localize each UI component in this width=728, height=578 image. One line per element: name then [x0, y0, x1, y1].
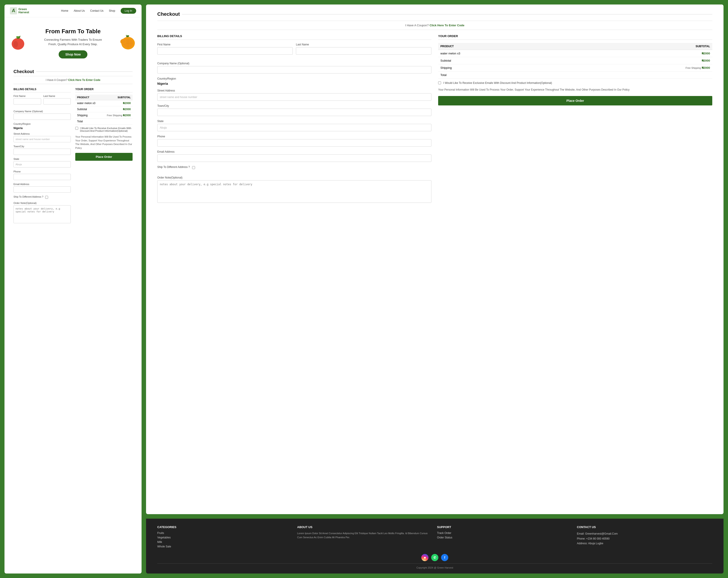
hero-subtitle: Connecting Farmers With Traders To Ensur…: [34, 37, 112, 46]
category-milk[interactable]: Milk: [157, 541, 293, 544]
order-note-label-right: Order Note(Optional): [157, 176, 432, 179]
billing-col-right: BILLING DETAILS First Name Last Name Com…: [157, 34, 432, 206]
ship-checkbox-left[interactable]: [45, 196, 48, 199]
social-icons: ■ ✆ f: [157, 554, 712, 561]
state-input-right[interactable]: [157, 124, 432, 131]
categories-title: CATEGORIES: [157, 525, 293, 529]
product-row-left: water melon x3 ₦2000: [75, 100, 133, 106]
billing-label-right: BILLING DETAILS: [157, 34, 432, 40]
support-status[interactable]: Order Status: [437, 536, 573, 539]
country-label-left: Country/Region: [14, 123, 71, 125]
phone-label-left: Phone: [14, 170, 71, 173]
contact-phone: Phone: +234 80 000 40590: [577, 536, 712, 542]
contact-address: Address: Abuja Lugbe: [577, 541, 712, 546]
shop-now-button[interactable]: Shop Now: [59, 50, 87, 58]
subtotal-row-left: Subtotal ₦2000: [75, 106, 133, 112]
category-fruits[interactable]: Fruits: [157, 531, 293, 535]
contact-email: Email: Greenharvest@Gmail.Com: [577, 531, 712, 536]
order-note-textarea-left[interactable]: [14, 205, 71, 223]
state-label-left: State: [14, 158, 71, 160]
coupon-link-left[interactable]: Click Here To Enter Code: [68, 78, 100, 82]
first-name-input-left[interactable]: [14, 98, 41, 104]
hero-section: From Farm To Table Connecting Farmers Wi…: [4, 17, 141, 67]
nav-about[interactable]: About Us: [74, 9, 85, 12]
checkout-right: Checkout I Have A Coupon? Click Here To …: [146, 4, 724, 514]
product-col-left: PRODUCT: [75, 95, 101, 100]
contact-title: CONTACT US: [577, 525, 712, 529]
ship-label-left: Ship To Different Address ?: [14, 195, 43, 198]
last-name-input-left[interactable]: [43, 98, 71, 104]
login-button[interactable]: Log In: [121, 8, 136, 14]
order-note-label-left: Order Note(Optional): [14, 202, 71, 204]
svg-point-2: [14, 41, 18, 47]
facebook-icon[interactable]: f: [441, 554, 448, 561]
svg-point-10: [121, 40, 126, 43]
privacy-note-right: Your Personal Information Will Be Used T…: [438, 88, 712, 92]
left-panel: Green Harvest Home About Us Contact Us S…: [4, 4, 141, 574]
country-label-right: Country/Region: [157, 77, 432, 80]
street-input-left[interactable]: [14, 136, 71, 142]
country-value-right: Nigeria: [157, 82, 432, 85]
nav-home[interactable]: Home: [61, 9, 68, 12]
coupon-bar-left: I Have A Coupon? Click Here To Enter Cod…: [14, 76, 133, 84]
first-name-input-right[interactable]: [157, 47, 293, 55]
orange-icon: [117, 33, 137, 51]
company-label-left: Company Name (Optional): [14, 110, 71, 112]
total-row-right: Total: [438, 72, 712, 79]
place-order-btn-right[interactable]: Place Order: [438, 96, 712, 105]
ship-checkbox-right[interactable]: [192, 166, 195, 169]
instagram-icon[interactable]: ■: [421, 554, 428, 561]
order-table-left: PRODUCT SUBTOTAL water melon x3 ₦2000 Su…: [75, 95, 133, 125]
email-checkbox-row-left: I Would Like To Receive Exclusive Emails…: [75, 127, 133, 132]
about-title: ABOUT US: [297, 525, 433, 529]
billing-order-grid-right: BILLING DETAILS First Name Last Name Com…: [157, 34, 712, 206]
logo-icon: [10, 7, 17, 15]
state-label-right: State: [157, 120, 432, 123]
place-order-btn-left[interactable]: Place Order: [75, 153, 133, 161]
category-vegetables[interactable]: Vegetables: [157, 536, 293, 539]
privacy-note-left: Your Personal Information Will Be Used T…: [75, 135, 133, 150]
right-panel: Checkout I Have A Coupon? Click Here To …: [146, 4, 724, 574]
total-row-left: Total: [75, 119, 133, 125]
coupon-link-right[interactable]: Click Here To Enter Code: [430, 24, 464, 27]
nav-shop[interactable]: Shop: [109, 9, 115, 12]
town-label-left: Town/City: [14, 145, 71, 148]
order-col-left: YOUR ORDER PRODUCT SUBTOTAL water melon …: [75, 88, 133, 226]
street-label-left: Street Address: [14, 132, 71, 135]
checkout-title-left: Checkout: [14, 69, 133, 74]
street-label-right: Street Address: [157, 89, 432, 92]
last-name-label-right: Last Name: [296, 43, 432, 46]
town-input-left[interactable]: [14, 149, 71, 155]
hero-content: From Farm To Table Connecting Farmers Wi…: [29, 28, 117, 58]
hero-fruit-right: [117, 33, 137, 53]
order-table-right: PRODUCT SUBTOTAL water melon x3 ₦2000 Su…: [438, 43, 712, 79]
about-text: Lorem Ipsum Dolor Sit Amet Consectetur A…: [297, 531, 433, 539]
hero-title: From Farm To Table: [34, 28, 112, 35]
phone-input-right[interactable]: [157, 139, 432, 147]
state-input-left[interactable]: [14, 161, 71, 168]
street-input-right[interactable]: [157, 93, 432, 101]
email-input-left[interactable]: [14, 186, 71, 193]
subtotal-col-right: SUBTOTAL: [563, 43, 712, 50]
company-input-right[interactable]: [157, 66, 432, 74]
whatsapp-icon[interactable]: ✆: [431, 554, 438, 561]
order-col-right: YOUR ORDER PRODUCT SUBTOTAL water melon …: [438, 34, 712, 206]
nav-contact[interactable]: Contact Us: [90, 9, 103, 12]
email-label-left: Email Address: [14, 183, 71, 185]
checkout-title-right: Checkout: [157, 11, 712, 17]
category-wholesale[interactable]: Whole Sale: [157, 545, 293, 548]
phone-input-left[interactable]: [14, 174, 71, 180]
town-input-right[interactable]: [157, 108, 432, 116]
email-checkbox-left[interactable]: [75, 127, 78, 130]
support-track[interactable]: Track Order: [437, 531, 573, 535]
footer-contact: CONTACT US Email: Greenharvest@Gmail.Com…: [577, 525, 712, 549]
coupon-bar-right: I Have A Coupon? Click Here To Enter Cod…: [157, 21, 712, 30]
checkout-section-left: Checkout I Have A Coupon? Click Here To …: [4, 67, 141, 230]
email-checkbox-right[interactable]: [438, 81, 441, 84]
last-name-input-right[interactable]: [296, 47, 432, 55]
billing-label-left: BILLING DETAILS: [14, 88, 71, 93]
ship-label-right: Ship To Different Address ?: [157, 166, 190, 169]
email-input-right[interactable]: [157, 154, 432, 162]
order-note-textarea-right[interactable]: [157, 180, 432, 203]
company-input-left[interactable]: [14, 114, 71, 120]
